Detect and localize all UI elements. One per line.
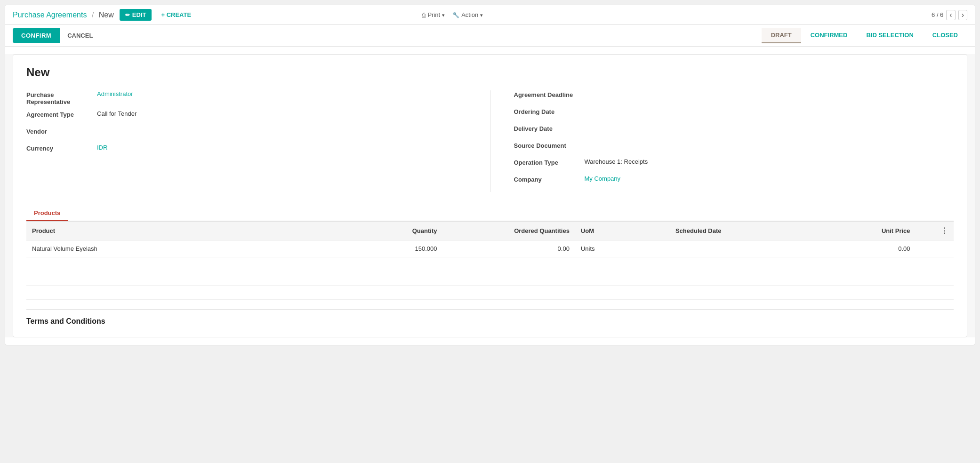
value-currency[interactable]: IDR — [97, 144, 466, 151]
chevron-right-icon — [962, 12, 964, 19]
terms-title: Terms and Conditions — [26, 317, 954, 326]
status-closed[interactable]: CLOSED — [923, 28, 967, 43]
cell-product: Natural Volume Eyelash — [26, 240, 329, 257]
field-source-document: Source Document — [514, 141, 954, 153]
breadcrumb-parent[interactable]: Purchase Agreements — [13, 11, 87, 19]
action-bar: CONFIRM CANCEL DRAFT CONFIRMED BID SELEC… — [5, 25, 975, 47]
form-card: New PurchaseRepresentative Administrator… — [13, 54, 967, 337]
cell-scheduled-date — [670, 240, 802, 257]
col-header-uom: UoM — [575, 222, 670, 240]
breadcrumb-current: New — [99, 11, 114, 19]
field-company: Company My Company — [514, 175, 954, 187]
pagination-text: 6 / 6 — [932, 11, 943, 18]
print-button[interactable]: Print — [422, 11, 445, 19]
label-agreement-deadline: Agreement Deadline — [514, 90, 585, 98]
form-divider — [490, 90, 490, 192]
form-fields: PurchaseRepresentative Administrator Agr… — [26, 90, 954, 192]
field-agreement-deadline: Agreement Deadline — [514, 90, 954, 103]
products-table: Product Quantity Ordered Quantities UoM — [26, 221, 954, 300]
field-currency: Currency IDR — [26, 144, 466, 156]
col-header-menu — [916, 222, 954, 240]
col-header-quantity: Quantity — [329, 222, 442, 240]
field-agreement-type: Agreement Type Call for Tender — [26, 110, 466, 122]
create-button[interactable]: + CREATE — [157, 9, 195, 21]
col-header-product: Product — [26, 222, 329, 240]
label-ordering-date: Ordering Date — [514, 107, 585, 115]
table-empty-row-2 — [26, 286, 954, 300]
pagination: 6 / 6 — [932, 10, 967, 20]
action-icon — [452, 11, 459, 18]
field-vendor: Vendor — [26, 127, 466, 139]
field-delivery-date: Delivery Date — [514, 124, 954, 136]
label-vendor: Vendor — [26, 127, 97, 135]
cancel-button[interactable]: CANCEL — [60, 28, 100, 43]
top-bar: Purchase Agreements / New EDIT + CREATE … — [5, 5, 975, 25]
breadcrumb: Purchase Agreements / New — [13, 11, 114, 19]
table-menu-icon[interactable] — [940, 228, 948, 235]
cell-uom: Units — [575, 240, 670, 257]
edit-icon — [125, 11, 130, 18]
label-source-document: Source Document — [514, 141, 585, 149]
field-operation-type: Operation Type Warehouse 1: Receipts — [514, 158, 954, 170]
label-purchase-rep: PurchaseRepresentative — [26, 90, 97, 105]
table-header-row: Product Quantity Ordered Quantities UoM — [26, 222, 954, 240]
col-header-unit-price: Unit Price — [802, 222, 916, 240]
content-area: New PurchaseRepresentative Administrator… — [5, 54, 975, 337]
col-header-ordered-qty: Ordered Quantities — [442, 222, 575, 240]
cell-menu — [916, 240, 954, 257]
confirm-button[interactable]: CONFIRM — [13, 28, 60, 43]
col-header-scheduled-date: Scheduled Date — [670, 222, 802, 240]
status-confirmed[interactable]: CONFIRMED — [801, 28, 857, 43]
field-ordering-date: Ordering Date — [514, 107, 954, 120]
tabs-row: Products — [26, 205, 954, 221]
label-currency: Currency — [26, 144, 97, 152]
edit-button[interactable]: EDIT — [120, 9, 152, 21]
main-container: Purchase Agreements / New EDIT + CREATE … — [5, 5, 975, 345]
print-icon — [422, 11, 426, 19]
terms-section: Terms and Conditions — [26, 309, 954, 326]
breadcrumb-separator: / — [92, 11, 94, 19]
toolbar-actions: Print Action — [422, 11, 483, 19]
value-agreement-type: Call for Tender — [97, 110, 466, 117]
value-company[interactable]: My Company — [585, 175, 954, 182]
action-dropdown-icon — [480, 11, 483, 18]
cell-ordered-qty: 0.00 — [442, 240, 575, 257]
print-dropdown-icon — [442, 11, 445, 18]
field-purchase-representative: PurchaseRepresentative Administrator — [26, 90, 466, 105]
action-button[interactable]: Action — [452, 11, 483, 18]
status-draft[interactable]: DRAFT — [762, 28, 801, 43]
value-operation-type: Warehouse 1: Receipts — [585, 158, 954, 165]
label-company: Company — [514, 175, 585, 183]
form-title: New — [26, 66, 954, 79]
chevron-left-icon — [949, 12, 952, 19]
label-operation-type: Operation Type — [514, 158, 585, 166]
status-bid-selection[interactable]: BID SELECTION — [857, 28, 923, 43]
status-pipeline: DRAFT CONFIRMED BID SELECTION CLOSED — [762, 28, 967, 43]
cell-unit-price: 0.00 — [802, 240, 916, 257]
label-delivery-date: Delivery Date — [514, 124, 585, 132]
cell-quantity: 150.000 — [329, 240, 442, 257]
value-purchase-rep[interactable]: Administrator — [97, 90, 466, 97]
form-left-col: PurchaseRepresentative Administrator Agr… — [26, 90, 466, 192]
table-row[interactable]: Natural Volume Eyelash 150.000 0.00 Unit… — [26, 240, 954, 257]
form-right-col: Agreement Deadline Ordering Date Deliver… — [514, 90, 954, 192]
label-agreement-type: Agreement Type — [26, 110, 97, 118]
table-empty-row-1 — [26, 257, 954, 286]
pagination-next-button[interactable] — [958, 10, 967, 20]
tab-products[interactable]: Products — [26, 206, 68, 221]
pagination-prev-button[interactable] — [946, 10, 955, 20]
